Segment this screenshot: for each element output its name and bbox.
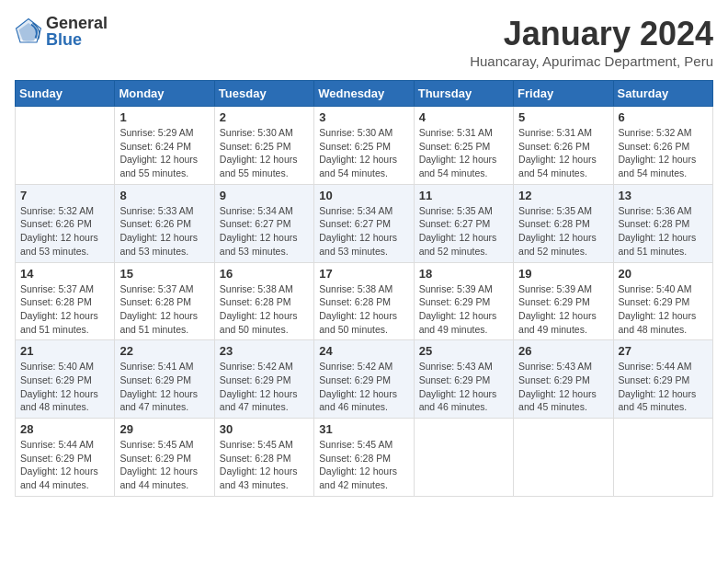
calendar-cell: 1Sunrise: 5:29 AMSunset: 6:24 PMDaylight… — [115, 107, 214, 185]
day-number: 23 — [220, 344, 309, 358]
calendar-cell: 29Sunrise: 5:45 AMSunset: 6:29 PMDayligh… — [115, 419, 214, 497]
header-day-saturday: Saturday — [613, 81, 712, 107]
day-info: Sunrise: 5:35 AMSunset: 6:27 PMDaylight:… — [419, 204, 508, 259]
calendar-cell: 20Sunrise: 5:40 AMSunset: 6:29 PMDayligh… — [613, 262, 712, 340]
day-number: 19 — [518, 267, 608, 281]
header-day-monday: Monday — [115, 81, 214, 107]
day-info: Sunrise: 5:37 AMSunset: 6:28 PMDaylight:… — [119, 282, 209, 337]
calendar-cell: 12Sunrise: 5:35 AMSunset: 6:28 PMDayligh… — [514, 184, 613, 262]
day-number: 28 — [20, 422, 109, 436]
day-number: 26 — [518, 344, 608, 358]
title-block: January 2024 Huancaray, Apurimac Departm… — [470, 15, 713, 69]
day-info: Sunrise: 5:39 AMSunset: 6:29 PMDaylight:… — [518, 282, 608, 337]
day-info: Sunrise: 5:34 AMSunset: 6:27 PMDaylight:… — [220, 204, 309, 259]
day-info: Sunrise: 5:30 AMSunset: 6:25 PMDaylight:… — [220, 126, 309, 180]
calendar-cell: 26Sunrise: 5:43 AMSunset: 6:29 PMDayligh… — [514, 340, 613, 419]
calendar-week-5: 28Sunrise: 5:44 AMSunset: 6:29 PMDayligh… — [16, 419, 713, 497]
calendar-cell: 22Sunrise: 5:41 AMSunset: 6:29 PMDayligh… — [115, 340, 214, 419]
calendar-cell: 24Sunrise: 5:42 AMSunset: 6:29 PMDayligh… — [314, 340, 414, 419]
day-number: 27 — [619, 344, 708, 358]
calendar-cell — [613, 419, 712, 497]
day-info: Sunrise: 5:38 AMSunset: 6:28 PMDaylight:… — [220, 282, 309, 337]
calendar-week-2: 7Sunrise: 5:32 AMSunset: 6:26 PMDaylight… — [16, 184, 713, 262]
day-info: Sunrise: 5:45 AMSunset: 6:28 PMDaylight:… — [220, 438, 309, 492]
day-number: 25 — [419, 344, 508, 358]
calendar-cell: 28Sunrise: 5:44 AMSunset: 6:29 PMDayligh… — [16, 419, 115, 497]
calendar-cell: 18Sunrise: 5:39 AMSunset: 6:29 PMDayligh… — [414, 262, 513, 340]
day-number: 12 — [518, 189, 608, 202]
day-number: 21 — [20, 344, 109, 358]
day-number: 24 — [319, 344, 408, 358]
calendar-cell: 3Sunrise: 5:30 AMSunset: 6:25 PMDaylight… — [314, 107, 414, 185]
calendar-body: 1Sunrise: 5:29 AMSunset: 6:24 PMDaylight… — [16, 107, 713, 497]
day-info: Sunrise: 5:43 AMSunset: 6:29 PMDaylight:… — [419, 360, 508, 414]
day-info: Sunrise: 5:35 AMSunset: 6:28 PMDaylight:… — [518, 204, 608, 259]
day-info: Sunrise: 5:32 AMSunset: 6:26 PMDaylight:… — [20, 204, 109, 259]
calendar-cell — [514, 419, 613, 497]
day-info: Sunrise: 5:34 AMSunset: 6:27 PMDaylight:… — [319, 204, 408, 259]
calendar-cell: 10Sunrise: 5:34 AMSunset: 6:27 PMDayligh… — [314, 184, 414, 262]
day-info: Sunrise: 5:40 AMSunset: 6:29 PMDaylight:… — [619, 282, 708, 337]
day-number: 9 — [220, 189, 309, 202]
day-number: 6 — [619, 110, 708, 124]
day-number: 3 — [319, 110, 408, 124]
day-info: Sunrise: 5:38 AMSunset: 6:28 PMDaylight:… — [319, 282, 408, 337]
logo-blue: Blue — [46, 31, 108, 48]
calendar-cell: 11Sunrise: 5:35 AMSunset: 6:27 PMDayligh… — [414, 184, 513, 262]
location-subtitle: Huancaray, Apurimac Department, Peru — [470, 53, 713, 69]
calendar-cell: 7Sunrise: 5:32 AMSunset: 6:26 PMDaylight… — [16, 184, 115, 262]
calendar-cell: 8Sunrise: 5:33 AMSunset: 6:26 PMDaylight… — [115, 184, 214, 262]
day-number: 8 — [119, 189, 209, 202]
header-day-friday: Friday — [514, 81, 613, 107]
logo-general: General — [46, 15, 108, 31]
day-number: 7 — [20, 189, 109, 202]
day-number: 10 — [319, 189, 408, 202]
day-info: Sunrise: 5:42 AMSunset: 6:29 PMDaylight:… — [220, 360, 309, 414]
day-info: Sunrise: 5:30 AMSunset: 6:25 PMDaylight:… — [319, 126, 408, 180]
day-number: 14 — [20, 267, 109, 281]
day-info: Sunrise: 5:31 AMSunset: 6:26 PMDaylight:… — [518, 126, 608, 180]
day-info: Sunrise: 5:43 AMSunset: 6:29 PMDaylight:… — [518, 360, 608, 414]
day-info: Sunrise: 5:44 AMSunset: 6:29 PMDaylight:… — [20, 438, 109, 492]
calendar-cell: 15Sunrise: 5:37 AMSunset: 6:28 PMDayligh… — [115, 262, 214, 340]
day-number: 13 — [619, 189, 708, 202]
day-number: 22 — [119, 344, 209, 358]
day-info: Sunrise: 5:37 AMSunset: 6:28 PMDaylight:… — [20, 282, 109, 337]
calendar-cell — [414, 419, 513, 497]
calendar-cell: 13Sunrise: 5:36 AMSunset: 6:28 PMDayligh… — [613, 184, 712, 262]
logo-text: General Blue — [46, 15, 108, 48]
day-number: 29 — [119, 422, 209, 436]
calendar-table: SundayMondayTuesdayWednesdayThursdayFrid… — [15, 80, 713, 497]
day-info: Sunrise: 5:29 AMSunset: 6:24 PMDaylight:… — [119, 126, 209, 180]
header-row: SundayMondayTuesdayWednesdayThursdayFrid… — [16, 81, 713, 107]
day-info: Sunrise: 5:42 AMSunset: 6:29 PMDaylight:… — [319, 360, 408, 414]
calendar-cell — [16, 107, 115, 185]
calendar-cell: 4Sunrise: 5:31 AMSunset: 6:25 PMDaylight… — [414, 107, 513, 185]
calendar-cell: 16Sunrise: 5:38 AMSunset: 6:28 PMDayligh… — [214, 262, 313, 340]
day-info: Sunrise: 5:39 AMSunset: 6:29 PMDaylight:… — [419, 282, 508, 337]
header-day-wednesday: Wednesday — [314, 81, 414, 107]
day-info: Sunrise: 5:44 AMSunset: 6:29 PMDaylight:… — [619, 360, 708, 414]
day-info: Sunrise: 5:45 AMSunset: 6:28 PMDaylight:… — [319, 438, 408, 492]
day-number: 31 — [319, 422, 408, 436]
calendar-cell: 6Sunrise: 5:32 AMSunset: 6:26 PMDaylight… — [613, 107, 712, 185]
page-header: General Blue January 2024 Huancaray, Apu… — [15, 15, 713, 69]
day-info: Sunrise: 5:32 AMSunset: 6:26 PMDaylight:… — [619, 126, 708, 180]
calendar-cell: 31Sunrise: 5:45 AMSunset: 6:28 PMDayligh… — [314, 419, 414, 497]
header-day-thursday: Thursday — [414, 81, 513, 107]
day-info: Sunrise: 5:40 AMSunset: 6:29 PMDaylight:… — [20, 360, 109, 414]
day-number: 11 — [419, 189, 508, 202]
day-number: 17 — [319, 267, 408, 281]
calendar-cell: 17Sunrise: 5:38 AMSunset: 6:28 PMDayligh… — [314, 262, 414, 340]
day-number: 2 — [220, 110, 309, 124]
calendar-cell: 14Sunrise: 5:37 AMSunset: 6:28 PMDayligh… — [16, 262, 115, 340]
calendar-cell: 23Sunrise: 5:42 AMSunset: 6:29 PMDayligh… — [214, 340, 313, 419]
day-number: 18 — [419, 267, 508, 281]
calendar-week-4: 21Sunrise: 5:40 AMSunset: 6:29 PMDayligh… — [16, 340, 713, 419]
calendar-week-3: 14Sunrise: 5:37 AMSunset: 6:28 PMDayligh… — [16, 262, 713, 340]
month-title: January 2024 — [470, 15, 713, 53]
day-number: 5 — [518, 110, 608, 124]
calendar-cell: 19Sunrise: 5:39 AMSunset: 6:29 PMDayligh… — [514, 262, 613, 340]
calendar-cell: 30Sunrise: 5:45 AMSunset: 6:28 PMDayligh… — [214, 419, 313, 497]
calendar-cell: 5Sunrise: 5:31 AMSunset: 6:26 PMDaylight… — [514, 107, 613, 185]
